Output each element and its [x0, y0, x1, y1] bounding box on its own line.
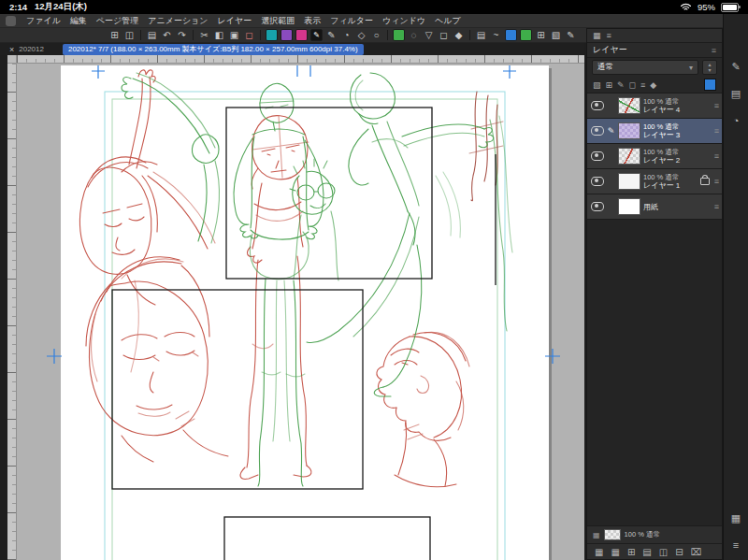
layer-thumbnail[interactable]: [618, 122, 640, 139]
eraser-icon[interactable]: ◻: [243, 29, 255, 41]
layer-menu-handle[interactable]: ≡: [714, 177, 719, 186]
menu-item-8[interactable]: フィルター: [325, 14, 378, 28]
new-layer-icon[interactable]: ⊞: [627, 547, 635, 557]
menu-item-1[interactable]: ファイル: [22, 14, 65, 28]
layer-row-レイヤー-1[interactable]: ✎ 100 % 通常 レイヤー 1 ≡: [587, 169, 722, 194]
layer-property-icon-1[interactable]: ▧: [593, 80, 601, 90]
document-tab-active[interactable]: 202012* 7/7 (188.00 × 263.00mm 製本サイズ:B5判…: [63, 44, 364, 55]
blend-mode-value: 通常: [597, 62, 613, 73]
overflow-menu-icon[interactable]: ≡: [733, 539, 739, 551]
panel-toggle-icon[interactable]: ◫: [123, 29, 136, 41]
material-icon[interactable]: ▧: [550, 29, 562, 41]
lasso-icon[interactable]: ◌: [408, 29, 420, 41]
merge-down-icon[interactable]: ⊟: [675, 547, 683, 557]
menu-item-4[interactable]: アニメーション: [143, 14, 212, 28]
toolbar-separator: [469, 30, 470, 40]
quick-history-icon[interactable]: ◔: [733, 115, 740, 126]
menu-item-10[interactable]: ヘルプ: [430, 14, 466, 28]
shape-icon[interactable]: ◇: [355, 29, 367, 41]
layer-menu-handle[interactable]: ≡: [714, 202, 719, 211]
layer-opacity-blend: 100 % 通常: [643, 122, 712, 131]
ellipse-icon[interactable]: ○: [370, 29, 382, 41]
guide-tool-chip[interactable]: [505, 29, 517, 41]
opacity-stepper[interactable]: ▴ ▾: [702, 60, 717, 75]
layer-row-レイヤー-4[interactable]: ✎ 100 % 通常 レイヤー 4 ≡: [587, 93, 722, 119]
delete-layer-icon[interactable]: ⌧: [691, 547, 702, 557]
wand-icon[interactable]: ◆: [453, 29, 465, 41]
grid-tool-chip[interactable]: [520, 29, 532, 41]
layer-property-toggles: ▧⊞✎◻≡◆: [587, 77, 722, 93]
palette-dock-list-icon[interactable]: ≡: [607, 31, 611, 40]
toolbar: ⊞◫▤↶↷✂◧▣◻✎✎◔◇○◌▽◻◆▤~⊞▧✎: [0, 28, 586, 43]
quick-pen-icon[interactable]: ✎: [731, 61, 740, 73]
duplicate-layer-icon[interactable]: ◫: [659, 547, 668, 557]
layer-row-レイヤー-2[interactable]: ✎ 100 % 通常 レイヤー 2 ≡: [587, 144, 722, 169]
layer-color-indicator[interactable]: [704, 79, 716, 91]
visibility-eye-icon[interactable]: [591, 202, 604, 211]
cut-icon[interactable]: ✂: [198, 29, 210, 41]
layer-menu-handle[interactable]: ≡: [714, 151, 719, 161]
pen-icon[interactable]: ✎: [325, 29, 338, 41]
blend-mode-select[interactable]: 通常 ▾: [592, 60, 698, 75]
layer-row-レイヤー-3[interactable]: ✎ 100 % 通常 レイヤー 3 ≡: [587, 119, 722, 144]
layer-thumbnail[interactable]: [618, 148, 640, 165]
close-tab-icon[interactable]: ×: [9, 45, 14, 54]
rect-select-icon[interactable]: ◻: [438, 29, 450, 41]
layer-property-icon-3[interactable]: ✎: [617, 80, 625, 90]
layer-thumbnail[interactable]: [618, 97, 640, 114]
menu-item-5[interactable]: レイヤー: [213, 14, 257, 28]
toolbar-separator: [140, 30, 141, 40]
ink-tool-chip[interactable]: ✎: [310, 29, 323, 41]
date: 12月24日(木): [35, 1, 87, 13]
polygon-select-icon[interactable]: ▽: [423, 29, 435, 41]
fill-tool-chip[interactable]: [393, 29, 405, 41]
brush-tool-chip[interactable]: [295, 29, 308, 41]
layer-menu-handle[interactable]: ≡: [714, 126, 719, 136]
curve-icon[interactable]: ~: [490, 29, 502, 41]
layer-property-icon-4[interactable]: ◻: [629, 80, 636, 90]
layer-property-icon-6[interactable]: ◆: [650, 80, 656, 90]
menu-item-3[interactable]: ページ管理: [92, 14, 143, 28]
stepper-down-icon[interactable]: ▾: [708, 67, 711, 73]
toolbar-separator: [387, 30, 388, 40]
palette-dock-icon[interactable]: ▦: [595, 547, 603, 557]
workspace-icon[interactable]: ▦: [731, 512, 741, 524]
document-tab-inactive[interactable]: × 202012: [4, 44, 50, 55]
paste-icon[interactable]: ▣: [228, 29, 240, 41]
layer-property-icon-5[interactable]: ≡: [640, 80, 645, 90]
pencil-tool-chip[interactable]: [280, 29, 293, 41]
wifi-icon: [680, 3, 692, 11]
grid-icon[interactable]: ⊞: [535, 29, 547, 41]
battery-icon: [721, 3, 739, 12]
copy-icon[interactable]: ◧: [213, 29, 225, 41]
visibility-eye-icon[interactable]: [591, 151, 604, 161]
pen-tool-chip[interactable]: [266, 29, 278, 41]
canvas-area[interactable]: [17, 64, 584, 560]
layer-property-icon-2[interactable]: ⊞: [606, 80, 613, 90]
menu-item-9[interactable]: ウィンドウ: [378, 14, 430, 28]
menu-item-2[interactable]: 編集: [65, 14, 92, 28]
file-icon[interactable]: ▤: [146, 29, 158, 41]
app-logo-icon[interactable]: [6, 16, 16, 26]
visibility-eye-icon[interactable]: [591, 177, 604, 186]
window-layout-icon[interactable]: ⊞: [108, 29, 121, 41]
undo-icon[interactable]: ↶: [161, 29, 173, 41]
layer-thumbnail[interactable]: [618, 198, 640, 215]
timelapse-icon[interactable]: ◔: [340, 29, 352, 41]
palette-dock-grid-icon[interactable]: ▦: [593, 31, 601, 40]
palette-dock-icon-2[interactable]: ▦: [611, 547, 619, 557]
layer-row-用紙[interactable]: ✎ 用紙 ≡: [587, 194, 722, 220]
redo-icon[interactable]: ↷: [176, 29, 188, 41]
palette-menu-icon[interactable]: ≡: [712, 46, 716, 55]
layer-menu-handle[interactable]: ≡: [714, 101, 719, 110]
layer-thumbnail[interactable]: [618, 173, 640, 190]
brush-icon[interactable]: ✎: [565, 29, 577, 41]
menu-item-7[interactable]: 表示: [299, 14, 325, 28]
visibility-eye-icon[interactable]: [591, 101, 604, 110]
layer-meta: 用紙: [643, 203, 712, 211]
new-folder-icon[interactable]: ▤: [642, 547, 651, 557]
visibility-eye-icon[interactable]: [591, 126, 604, 136]
ruler-icon[interactable]: ▤: [475, 29, 487, 41]
quick-palette-icon[interactable]: ▤: [731, 88, 741, 100]
menu-item-6[interactable]: 選択範囲: [256, 14, 299, 28]
